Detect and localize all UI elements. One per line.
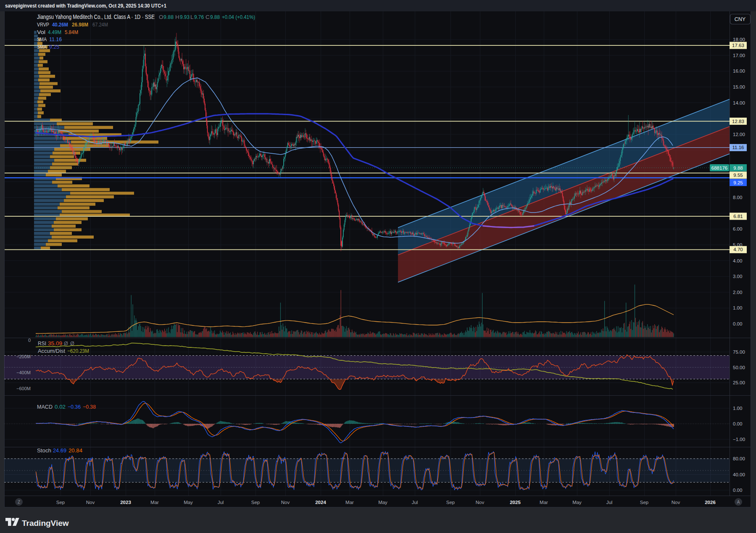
svg-text:4.00: 4.00 (733, 258, 742, 263)
svg-text:80.00: 80.00 (733, 456, 745, 461)
svg-text:VRVP: VRVP (37, 21, 49, 28)
svg-text:8.00: 8.00 (733, 195, 742, 200)
svg-text:9.25: 9.25 (733, 180, 743, 185)
svg-text:SMA: SMA (37, 36, 47, 42)
svg-text:2026: 2026 (705, 500, 716, 505)
svg-text:40.26M: 40.26M (52, 21, 68, 28)
svg-text:0.02: 0.02 (55, 404, 66, 410)
svg-text:6.81: 6.81 (733, 214, 743, 219)
svg-text:−1.00: −1.00 (733, 437, 745, 442)
svg-text:Vol: Vol (37, 29, 45, 35)
svg-text:5.84M: 5.84M (65, 29, 78, 35)
svg-text:Nov: Nov (281, 500, 290, 505)
svg-text:−200M: −200M (16, 354, 31, 359)
svg-text:−0.38: −0.38 (83, 404, 96, 410)
svg-text:Mar: Mar (150, 500, 159, 505)
svg-text:2024: 2024 (315, 500, 326, 505)
svg-text:0: 0 (28, 338, 31, 343)
svg-text:May: May (572, 500, 582, 505)
svg-text:May: May (378, 500, 387, 505)
svg-text:688176: 688176 (711, 165, 727, 171)
svg-text:12.83: 12.83 (732, 119, 744, 124)
svg-text:TradingView: TradingView (22, 519, 69, 528)
svg-text:11.16: 11.16 (49, 36, 62, 42)
svg-text:1.00: 1.00 (733, 406, 742, 411)
svg-text:+0.04 (+0.41%): +0.04 (+0.41%) (222, 14, 255, 20)
svg-text:2.00: 2.00 (733, 290, 742, 295)
svg-text:9.55: 9.55 (733, 173, 743, 178)
svg-text:9.88: 9.88 (163, 14, 174, 20)
svg-text:Stoch: Stoch (37, 448, 51, 454)
svg-text:C: C (205, 14, 210, 20)
svg-text:Nov: Nov (476, 500, 485, 505)
svg-text:RSI: RSI (38, 341, 46, 347)
svg-text:9.76: 9.76 (194, 14, 204, 20)
svg-text:17.00: 17.00 (733, 53, 745, 58)
svg-text:0.00: 0.00 (733, 421, 742, 426)
svg-text:24.69: 24.69 (53, 448, 66, 454)
svg-text:Ø: Ø (64, 341, 68, 347)
svg-text:35.09: 35.09 (48, 341, 62, 347)
svg-text:12.00: 12.00 (733, 132, 745, 137)
svg-text:CNY: CNY (735, 16, 746, 22)
svg-text:−400M: −400M (16, 370, 31, 375)
svg-text:Jul: Jul (606, 500, 613, 505)
svg-text:20.84: 20.84 (68, 448, 82, 454)
svg-text:Jul: Jul (218, 500, 224, 505)
svg-text:9.25: 9.25 (49, 44, 59, 50)
svg-text:9.88: 9.88 (210, 14, 220, 20)
svg-text:11.16: 11.16 (732, 145, 744, 150)
svg-text:2023: 2023 (120, 500, 131, 505)
svg-text:9.93: 9.93 (180, 14, 190, 20)
svg-text:savepiginvest created with Tra: savepiginvest created with TradingView.c… (5, 3, 166, 9)
svg-text:18.00: 18.00 (733, 37, 745, 42)
svg-text:14.00: 14.00 (733, 100, 745, 105)
svg-text:Jul: Jul (412, 500, 418, 505)
svg-text:Sep: Sep (251, 500, 260, 505)
svg-text:Sep: Sep (56, 500, 65, 505)
svg-text:26.98M: 26.98M (72, 21, 88, 28)
svg-text:L: L (190, 14, 194, 20)
svg-text:40.00: 40.00 (733, 472, 745, 477)
svg-text:16.00: 16.00 (733, 68, 745, 74)
svg-text:Mar: Mar (540, 500, 548, 505)
svg-text:Nov: Nov (86, 500, 95, 505)
svg-text:A: A (737, 500, 740, 504)
svg-text:H: H (175, 14, 179, 20)
svg-text:Ø: Ø (70, 341, 74, 347)
svg-text:1.00: 1.00 (733, 305, 742, 310)
svg-text:17.63: 17.63 (732, 43, 744, 48)
svg-text:O: O (159, 14, 163, 20)
svg-text:Jiangsu Yahong Meditech Co., L: Jiangsu Yahong Meditech Co., Ltd. Class … (37, 13, 155, 20)
svg-text:15.00: 15.00 (733, 84, 745, 89)
svg-text:−600M: −600M (16, 386, 31, 391)
svg-text:4.49M: 4.49M (48, 29, 61, 35)
svg-text:0.00: 0.00 (733, 321, 742, 326)
svg-text:May: May (184, 500, 193, 505)
svg-text:75.00: 75.00 (733, 349, 745, 354)
svg-text:Accum/Dist: Accum/Dist (38, 348, 66, 354)
svg-text:6.00: 6.00 (733, 226, 742, 231)
svg-text:Sep: Sep (640, 500, 648, 505)
svg-text:−0.36: −0.36 (68, 404, 81, 410)
svg-text:SMA: SMA (37, 44, 47, 50)
svg-text:25.00: 25.00 (733, 380, 745, 385)
svg-text:MACD: MACD (37, 404, 53, 410)
svg-text:3.00: 3.00 (733, 274, 742, 279)
svg-text:0.00: 0.00 (733, 488, 742, 493)
svg-text:67.24M: 67.24M (92, 21, 108, 28)
svg-text:Z: Z (18, 500, 20, 504)
svg-text:50.00: 50.00 (733, 365, 745, 370)
svg-text:−620.23M: −620.23M (67, 348, 89, 354)
svg-text:Mar: Mar (345, 500, 354, 505)
svg-text:4.70: 4.70 (733, 247, 743, 252)
svg-text:Nov: Nov (672, 500, 680, 505)
svg-text:9.88: 9.88 (733, 165, 743, 171)
svg-text:2025: 2025 (510, 500, 521, 505)
svg-text:Sep: Sep (446, 500, 455, 505)
